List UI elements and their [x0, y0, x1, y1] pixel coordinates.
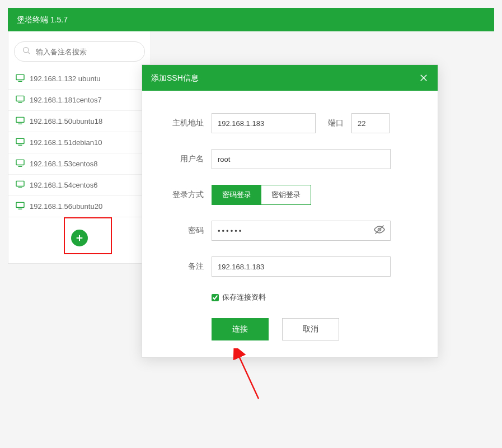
save-connection-checkbox[interactable] [212, 294, 219, 301]
svg-rect-6 [16, 117, 24, 122]
connect-button[interactable]: 连接 [212, 318, 269, 340]
label-login-type: 登录方式 [163, 190, 212, 200]
host-item[interactable]: 192.168.1.50ubuntu18 [8, 111, 151, 132]
host-label: 192.168.1.53centos8 [30, 160, 97, 168]
search-input[interactable] [14, 41, 145, 62]
row-host: 主机地址 端口 [163, 113, 416, 133]
host-label: 192.168.1.56ubuntu20 [30, 202, 102, 211]
label-remark: 备注 [163, 262, 212, 272]
row-login-type: 登录方式 密码登录 密钥登录 [163, 185, 416, 205]
svg-point-0 [24, 48, 29, 53]
host-item[interactable]: 192.168.1.53centos8 [8, 153, 151, 175]
search-wrap [14, 41, 145, 62]
monitor-icon [15, 95, 25, 105]
svg-line-1 [28, 52, 30, 54]
username-input[interactable] [212, 149, 391, 169]
app-header: 堡塔终端 1.5.7 [8, 8, 494, 31]
login-type-password[interactable]: 密码登录 [212, 185, 261, 204]
cancel-button[interactable]: 取消 [282, 318, 339, 340]
svg-rect-8 [16, 138, 24, 143]
monitor-icon [15, 159, 25, 169]
label-host: 主机地址 [163, 118, 212, 128]
host-list: 192.168.1.132 ubuntu192.168.1.181centos7… [8, 68, 151, 217]
host-item[interactable]: 192.168.1.132 ubuntu [8, 68, 151, 90]
add-host-button[interactable] [71, 230, 88, 246]
port-input[interactable] [351, 113, 390, 133]
host-label: 192.168.1.50ubuntu18 [30, 117, 102, 125]
add-button-wrap [8, 230, 151, 246]
modal-title: 添加SSH信息 [151, 65, 199, 91]
monitor-icon [15, 74, 25, 83]
modal-header: 添加SSH信息 [142, 65, 438, 91]
row-remark: 备注 [163, 256, 416, 277]
login-type-toggle: 密码登录 密钥登录 [212, 185, 311, 205]
app-title: 堡塔终端 1.5.7 [17, 15, 68, 24]
label-port: 端口 [328, 118, 344, 128]
password-wrap [212, 221, 391, 241]
monitor-icon [15, 180, 25, 190]
password-input[interactable] [212, 221, 391, 241]
svg-rect-4 [16, 96, 24, 101]
label-username: 用户名 [163, 154, 212, 164]
host-item[interactable]: 192.168.1.56ubuntu20 [8, 196, 151, 217]
add-ssh-modal: 添加SSH信息 主机地址 端口 用户名 登录方式 密码登录 密钥登录 密码 [142, 64, 438, 358]
sidebar: 192.168.1.132 ubuntu192.168.1.181centos7… [8, 31, 151, 264]
close-icon[interactable] [419, 73, 429, 83]
monitor-icon [15, 202, 25, 211]
svg-rect-12 [16, 181, 24, 186]
host-label: 192.168.1.181centos7 [30, 96, 102, 104]
host-label: 192.168.1.54centos6 [30, 181, 97, 189]
host-label: 192.168.1.132 ubuntu [30, 74, 101, 83]
label-password: 密码 [163, 226, 212, 236]
monitor-icon [15, 116, 25, 126]
button-row: 连接 取消 [212, 318, 416, 340]
label-save-connection[interactable]: 保存连接资料 [222, 292, 266, 302]
svg-rect-10 [16, 160, 24, 165]
row-save: 保存连接资料 [212, 292, 416, 302]
search-icon [22, 46, 31, 57]
svg-line-22 [238, 355, 259, 399]
host-item[interactable]: 192.168.1.54centos6 [8, 175, 151, 196]
row-password: 密码 [163, 221, 416, 241]
host-input[interactable] [212, 113, 316, 133]
host-item[interactable]: 192.168.1.181centos7 [8, 90, 151, 111]
remark-input[interactable] [212, 256, 391, 277]
row-username: 用户名 [163, 149, 416, 169]
modal-body: 主机地址 端口 用户名 登录方式 密码登录 密钥登录 密码 [142, 91, 438, 357]
eye-off-icon[interactable] [374, 224, 385, 237]
login-type-key[interactable]: 密钥登录 [261, 185, 311, 204]
monitor-icon [15, 138, 25, 147]
svg-rect-14 [16, 202, 24, 207]
host-label: 192.168.1.51debian10 [30, 138, 102, 147]
svg-rect-2 [16, 74, 24, 80]
host-item[interactable]: 192.168.1.51debian10 [8, 132, 151, 153]
